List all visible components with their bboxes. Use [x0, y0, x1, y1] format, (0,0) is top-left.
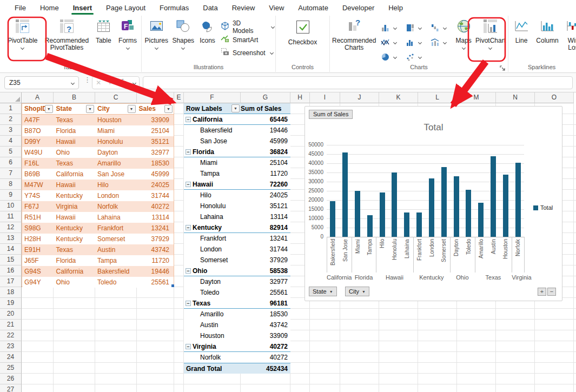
chart-bar-austin[interactable] — [491, 156, 496, 237]
chart-axis-field-button-state[interactable]: State▼ — [309, 287, 337, 296]
recommended-pivottables-button[interactable]: ? Recommended PivotTables — [42, 18, 92, 52]
table-row[interactable]: B69BCaliforniaSan Jose45999 — [22, 169, 174, 180]
cell[interactable]: Dayton — [95, 147, 136, 158]
worksheet[interactable]: ABCDEFGHIJKLMNO 123456789101112131415161… — [0, 92, 576, 392]
pivot-row-somerset[interactable]: Somerset37929 — [184, 255, 290, 265]
chart-bar-frankfort[interactable] — [416, 212, 422, 237]
cell[interactable]: Tampa — [95, 255, 136, 266]
chart-bar-houston[interactable] — [503, 175, 508, 237]
row-header-15[interactable]: 15 — [0, 255, 22, 265]
sparkline-line-button[interactable]: Line — [509, 18, 533, 45]
table-row[interactable]: W49UOhioDayton32977 — [22, 147, 174, 158]
cell[interactable]: Kentucky — [54, 234, 95, 244]
ribbon-tab-page-layout[interactable]: Page Layout — [99, 0, 153, 16]
insert-scatter-chart-button[interactable] — [403, 50, 428, 64]
filter-button-city[interactable]: ▼ — [128, 105, 136, 113]
ribbon-tab-view[interactable]: View — [262, 0, 291, 16]
table-row[interactable]: G94YOhioToledo25561 — [22, 277, 174, 288]
insert-line-chart-button[interactable] — [378, 35, 403, 50]
formula-bar-grip[interactable]: ⋮ — [84, 77, 91, 83]
cell[interactable]: B87O — [22, 125, 54, 136]
chart-bar-bakersfield[interactable] — [330, 201, 335, 237]
column-header-G[interactable]: G — [241, 92, 290, 103]
filter-button-sales[interactable]: ▼ — [164, 105, 173, 113]
table-row[interactable]: E91HTexasAustin43742 — [22, 244, 174, 255]
insert-pie-chart-button[interactable] — [378, 50, 403, 64]
cell[interactable]: Texas — [54, 244, 95, 255]
pivot-row-lahaina[interactable]: Lahaina13114 — [184, 211, 290, 222]
table-row[interactable]: R51HHawaiiLahaina13114 — [22, 212, 174, 223]
ribbon-tab-developer[interactable]: Developer — [335, 0, 381, 16]
pivot-row-honolulu[interactable]: Honolulu35121 — [184, 201, 290, 211]
pivot-row-austin[interactable]: Austin43742 — [184, 320, 290, 330]
chart-bar-hilo[interactable] — [380, 192, 385, 237]
cell[interactable]: F16L — [22, 158, 54, 169]
pivot-header-rowlabels[interactable]: Row Labels▼ — [184, 103, 241, 114]
cell[interactable]: 37929 — [136, 234, 174, 244]
row-header-21[interactable]: 21 — [0, 320, 22, 330]
row-header-22[interactable]: 22 — [0, 330, 22, 341]
row-header-10[interactable]: 10 — [0, 201, 22, 211]
cell[interactable]: J65F — [22, 255, 54, 266]
insert-waterfall-chart-button[interactable] — [428, 21, 453, 35]
table-row[interactable]: H28HKentuckySomerset37929 — [22, 234, 174, 244]
pivot-row-amarillo[interactable]: Amarillo18530 — [184, 309, 290, 320]
table-resize-handle[interactable] — [171, 284, 174, 287]
row-header-8[interactable]: 8 — [0, 179, 22, 190]
column-header-M[interactable]: M — [457, 92, 496, 103]
cell[interactable]: 32977 — [136, 147, 174, 158]
cell[interactable]: G94S — [22, 266, 54, 277]
table-button[interactable]: Table — [91, 18, 115, 45]
cell[interactable]: Houston — [95, 115, 136, 125]
row-header-23[interactable]: 23 — [0, 341, 22, 352]
chart-plus-button[interactable]: + — [538, 288, 546, 296]
pivot-row-grand-total[interactable]: Grand Total452434 — [184, 363, 290, 374]
chart-axis-field-button-city[interactable]: City▼ — [345, 287, 369, 296]
row-header-20[interactable]: 20 — [0, 309, 22, 320]
cell[interactable]: California — [54, 266, 95, 277]
column-header-J[interactable]: J — [340, 92, 379, 103]
cell[interactable]: Austin — [95, 244, 136, 255]
table-header-city[interactable]: City▼ — [95, 104, 136, 115]
cell[interactable]: H28H — [22, 234, 54, 244]
table-row[interactable]: M47WHawaiiHilo24025 — [22, 180, 174, 190]
ribbon-tab-data[interactable]: Data — [196, 0, 224, 16]
filter-button-shopid[interactable]: ▼ — [45, 105, 53, 113]
cell[interactable]: Amarillo — [95, 158, 136, 169]
cell[interactable]: Miami — [95, 125, 136, 136]
pivot-row-ohio[interactable]: Ohio−58538 — [184, 265, 290, 276]
chart-bar-san-jose[interactable] — [342, 152, 348, 237]
cell[interactable]: 11720 — [136, 255, 174, 266]
pivot-chart[interactable]: Sum of Sales Total 050001000015000200002… — [304, 106, 562, 301]
pivot-row-florida[interactable]: Florida−36824 — [184, 147, 290, 157]
row-header-3[interactable]: 3 — [0, 125, 22, 136]
collapse-button[interactable]: − — [186, 301, 191, 306]
table-header-shopid[interactable]: ShopID▼ — [22, 104, 54, 115]
cell[interactable]: 24025 — [136, 180, 174, 190]
cell[interactable]: G94Y — [22, 277, 54, 288]
cell[interactable]: M47W — [22, 180, 54, 190]
ribbon-tab-home[interactable]: Home — [33, 0, 66, 16]
cell[interactable]: Lahaina — [95, 212, 136, 223]
cell[interactable]: 25561 — [136, 277, 174, 288]
ribbon-tab-help[interactable]: Help — [381, 0, 410, 16]
collapse-button[interactable]: − — [186, 182, 191, 187]
cell[interactable]: F67J — [22, 201, 54, 212]
row-header-25[interactable]: 25 — [0, 363, 22, 374]
table-row[interactable]: B87OFloridaMiami25104 — [22, 125, 174, 136]
row-header-9[interactable]: 9 — [0, 190, 22, 201]
ribbon-tab-review[interactable]: Review — [225, 0, 262, 16]
column-header-D[interactable]: D — [137, 92, 174, 103]
cell[interactable]: Bakersfield — [95, 266, 136, 277]
insert-column-chart-button[interactable] — [378, 21, 403, 35]
cell[interactable]: S98G — [22, 223, 54, 234]
cell[interactable]: 31744 — [136, 190, 174, 201]
column-header-B[interactable]: B — [54, 92, 95, 103]
select-all-corner[interactable] — [0, 92, 22, 103]
cell[interactable]: D99Y — [22, 136, 54, 147]
insert-statistic-chart-button[interactable] — [403, 35, 428, 50]
table-row[interactable]: D99YHawaiiHonolulu35121 — [22, 136, 174, 147]
shapes-button[interactable]: Shapes — [170, 18, 197, 50]
cell[interactable]: Honolulu — [95, 136, 136, 147]
insert-combo-chart-button[interactable] — [428, 35, 453, 50]
